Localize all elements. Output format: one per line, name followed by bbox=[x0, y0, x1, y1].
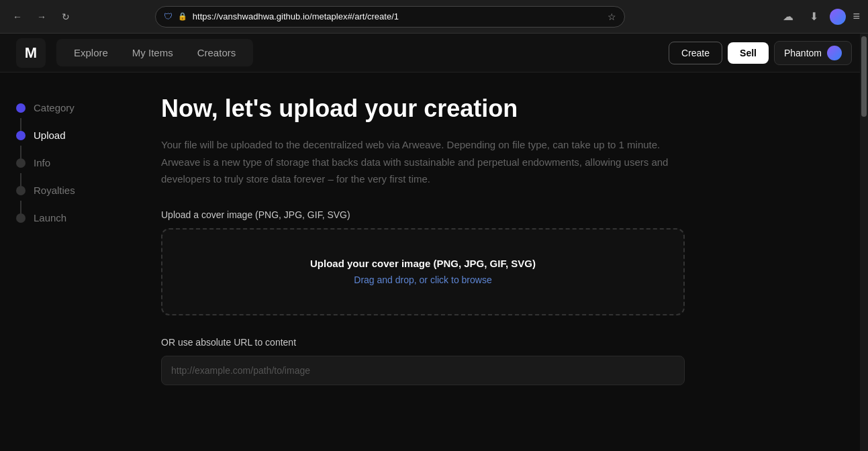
url-display: https://vanshwadhwa.github.io/metaplex#/… bbox=[193, 11, 602, 21]
app-logo[interactable]: M bbox=[16, 38, 46, 68]
step-upload: Upload bbox=[16, 121, 118, 149]
address-bar[interactable]: 🛡 🔒 https://vanshwadhwa.github.io/metapl… bbox=[155, 6, 625, 28]
step-dot-category bbox=[16, 103, 26, 113]
phantom-label: Phantom bbox=[784, 48, 822, 58]
page-content: Now, let's upload your creation Your fil… bbox=[134, 72, 868, 451]
nav-actions: Create Sell Phantom bbox=[669, 41, 852, 65]
step-label-upload: Upload bbox=[34, 130, 66, 141]
back-button[interactable]: ← bbox=[8, 7, 27, 26]
scrollbar[interactable] bbox=[860, 34, 868, 451]
step-label-category: Category bbox=[34, 102, 75, 113]
nav-explore[interactable]: Explore bbox=[62, 43, 120, 62]
upload-main-text: Upload your cover image (PNG, JPG, GIF, … bbox=[310, 258, 536, 269]
phantom-button[interactable]: Phantom bbox=[774, 41, 852, 65]
page-description: Your file will be uploaded to the decent… bbox=[161, 136, 671, 188]
create-button[interactable]: Create bbox=[669, 42, 722, 64]
download-icon[interactable]: ⬇ bbox=[804, 7, 823, 26]
step-dot-launch bbox=[16, 213, 26, 223]
step-launch: Launch bbox=[16, 204, 118, 232]
step-label-info: Info bbox=[34, 157, 50, 168]
step-label-launch: Launch bbox=[34, 212, 66, 223]
upload-sub-text: Drag and drop, or click to browse bbox=[354, 274, 491, 285]
step-info: Info bbox=[16, 149, 118, 177]
upload-label: Upload a cover image (PNG, JPG, GIF, SVG… bbox=[161, 209, 841, 220]
phantom-avatar bbox=[827, 46, 842, 60]
step-royalties: Royalties bbox=[16, 177, 118, 204]
app-container: M Explore My Items Creators Create Sell … bbox=[0, 34, 868, 451]
pocket-icon[interactable]: ☁ bbox=[779, 7, 798, 26]
back-icon: ← bbox=[13, 11, 22, 22]
sell-button[interactable]: Sell bbox=[728, 42, 769, 64]
page-title: Now, let's upload your creation bbox=[161, 94, 841, 123]
upload-dropzone[interactable]: Upload your cover image (PNG, JPG, GIF, … bbox=[161, 228, 685, 315]
scrollbar-thumb[interactable] bbox=[861, 36, 867, 117]
refresh-button[interactable]: ↻ bbox=[56, 7, 75, 26]
step-dot-upload bbox=[16, 131, 26, 140]
url-input[interactable] bbox=[161, 356, 685, 385]
browser-actions: ☁ ⬇ ≡ bbox=[779, 7, 860, 26]
step-category: Category bbox=[16, 94, 118, 121]
browser-menu-icon[interactable]: ≡ bbox=[853, 9, 860, 23]
lock-icon: 🔒 bbox=[178, 12, 187, 21]
shield-icon: 🛡 bbox=[164, 11, 173, 21]
top-navigation: M Explore My Items Creators Create Sell … bbox=[0, 34, 868, 72]
browser-chrome: ← → ↻ 🛡 🔒 https://vanshwadhwa.github.io/… bbox=[0, 0, 868, 34]
nav-links-group: Explore My Items Creators bbox=[56, 39, 253, 66]
main-content: Category Upload Info Royalties Launch No… bbox=[0, 72, 868, 451]
nav-my-items[interactable]: My Items bbox=[120, 43, 185, 62]
bookmark-icon[interactable]: ☆ bbox=[608, 11, 616, 22]
forward-icon: → bbox=[37, 11, 46, 22]
profile-avatar[interactable] bbox=[830, 9, 846, 25]
refresh-icon: ↻ bbox=[62, 11, 70, 22]
nav-creators[interactable]: Creators bbox=[185, 43, 248, 62]
url-section-label: OR use absolute URL to content bbox=[161, 337, 841, 348]
step-dot-royalties bbox=[16, 186, 26, 195]
step-dot-info bbox=[16, 158, 26, 168]
step-label-royalties: Royalties bbox=[34, 185, 75, 196]
steps-sidebar: Category Upload Info Royalties Launch bbox=[0, 72, 134, 451]
forward-button[interactable]: → bbox=[32, 7, 51, 26]
